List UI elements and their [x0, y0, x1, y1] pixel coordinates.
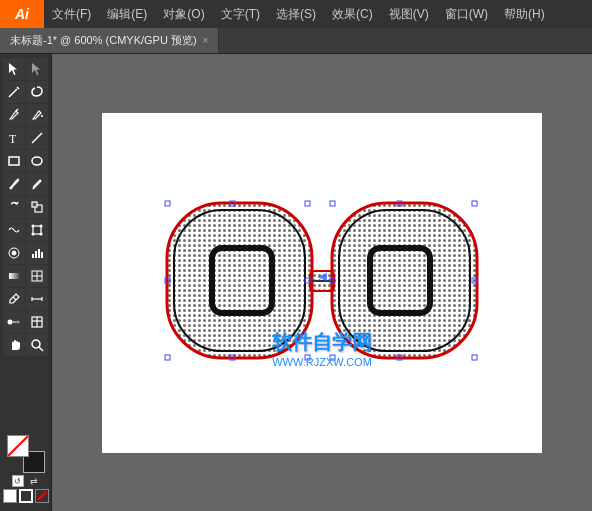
selection-tool[interactable] [3, 58, 25, 80]
lasso-tool[interactable] [26, 81, 48, 103]
svg-point-17 [40, 233, 42, 235]
tool-row-selection [0, 58, 51, 80]
svg-rect-23 [41, 252, 43, 258]
stroke-color-btn[interactable] [19, 489, 33, 503]
svg-point-32 [8, 320, 13, 325]
tool-row-10 [0, 265, 51, 287]
graph-tool[interactable] [26, 242, 48, 264]
svg-rect-21 [35, 251, 37, 258]
svg-point-14 [32, 225, 34, 227]
menu-type[interactable]: 文字(T) [213, 0, 268, 28]
ellipse-tool[interactable] [26, 150, 48, 172]
svg-line-8 [32, 133, 42, 143]
svg-rect-55 [305, 201, 310, 206]
svg-line-28 [13, 297, 16, 300]
rect-tool[interactable] [3, 150, 25, 172]
tool-row-3 [0, 104, 51, 126]
svg-line-4 [16, 109, 18, 111]
tool-row-4: T [0, 127, 51, 149]
svg-point-15 [40, 225, 42, 227]
tool-row-12 [0, 311, 51, 333]
svg-point-16 [32, 233, 34, 235]
tool-row-7 [0, 196, 51, 218]
svg-point-10 [32, 157, 42, 165]
paintbrush-tool[interactable] [3, 173, 25, 195]
direct-select-tool[interactable] [26, 58, 48, 80]
svg-rect-61 [330, 201, 335, 206]
watermark-url: WWW.RJZXW.COM [272, 356, 372, 368]
blend-tool[interactable] [3, 311, 25, 333]
svg-rect-9 [9, 157, 19, 165]
tool-row-5 [0, 150, 51, 172]
menu-object[interactable]: 对象(O) [155, 0, 212, 28]
free-transform-tool[interactable] [26, 219, 48, 241]
menu-bar: 文件(F) 编辑(E) 对象(O) 文字(T) 选择(S) 效果(C) 视图(V… [44, 0, 592, 28]
menu-effect[interactable]: 效果(C) [324, 0, 381, 28]
swap-colors-icon[interactable]: ⇄ [28, 475, 40, 487]
watermark-chinese: 软件自学网 [272, 329, 372, 356]
watermark: 软件自学网 WWW.RJZXW.COM [272, 329, 372, 368]
tool-row-8 [0, 219, 51, 241]
artwork: 软件自学网 WWW.RJZXW.COM [152, 183, 492, 383]
canvas-area: 软件自学网 WWW.RJZXW.COM [52, 54, 592, 511]
measure-tool[interactable] [26, 288, 48, 310]
ai-logo: Ai [0, 0, 44, 28]
menu-view[interactable]: 视图(V) [381, 0, 437, 28]
none-color-btn[interactable] [35, 489, 49, 503]
slice-tool[interactable] [26, 311, 48, 333]
tab-bar: 未标题-1* @ 600% (CMYK/GPU 预览) × [0, 28, 592, 54]
gradient-tool[interactable] [3, 265, 25, 287]
svg-rect-63 [472, 201, 477, 206]
tool-row-6 [0, 173, 51, 195]
svg-rect-13 [33, 226, 41, 234]
tab-close-button[interactable]: × [203, 35, 209, 46]
eyedropper-tool[interactable] [3, 288, 25, 310]
svg-rect-20 [32, 254, 34, 258]
fill-stroke-selector[interactable] [7, 435, 45, 473]
scale-tool[interactable] [26, 196, 48, 218]
tool-row-2 [0, 81, 51, 103]
svg-line-39 [39, 347, 43, 351]
hand-tool[interactable] [3, 334, 25, 356]
svg-rect-24 [9, 273, 19, 279]
svg-marker-0 [9, 63, 17, 75]
tab-label: 未标题-1* @ 600% (CMYK/GPU 预览) [10, 33, 197, 48]
svg-text:T: T [9, 132, 17, 145]
pen-tool[interactable] [3, 104, 25, 126]
svg-rect-53 [165, 201, 170, 206]
tool-row-11 [0, 288, 51, 310]
menu-window[interactable]: 窗口(W) [437, 0, 496, 28]
tool-row-9 [0, 242, 51, 264]
pencil-tool[interactable] [26, 173, 48, 195]
svg-marker-1 [32, 63, 40, 75]
tool-row-13 [0, 334, 51, 356]
svg-rect-68 [472, 355, 477, 360]
fill-color-btn[interactable] [3, 489, 17, 503]
zoom-tool[interactable] [26, 334, 48, 356]
menu-edit[interactable]: 编辑(E) [99, 0, 155, 28]
main-area: T [0, 54, 592, 511]
rotate-tool[interactable] [3, 196, 25, 218]
toolbar: T [0, 54, 52, 511]
add-anchor-tool[interactable] [26, 104, 48, 126]
symbol-tool[interactable] [3, 242, 25, 264]
magic-wand-tool[interactable] [3, 81, 25, 103]
reset-colors-icon[interactable]: ↺ [12, 475, 24, 487]
white-canvas: 软件自学网 WWW.RJZXW.COM [102, 113, 542, 453]
svg-point-19 [12, 251, 16, 255]
svg-point-38 [32, 340, 40, 348]
svg-rect-12 [32, 202, 37, 207]
svg-point-33 [17, 321, 20, 324]
svg-rect-58 [165, 355, 170, 360]
warp-tool[interactable] [3, 219, 25, 241]
menu-help[interactable]: 帮助(H) [496, 0, 553, 28]
title-bar: Ai 文件(F) 编辑(E) 对象(O) 文字(T) 选择(S) 效果(C) 视… [0, 0, 592, 28]
menu-file[interactable]: 文件(F) [44, 0, 99, 28]
active-tab[interactable]: 未标题-1* @ 600% (CMYK/GPU 预览) × [0, 28, 219, 53]
type-tool[interactable]: T [3, 127, 25, 149]
mesh-tool[interactable] [26, 265, 48, 287]
svg-line-2 [9, 89, 17, 97]
menu-select[interactable]: 选择(S) [268, 0, 324, 28]
line-tool[interactable] [26, 127, 48, 149]
svg-line-3 [17, 87, 19, 89]
